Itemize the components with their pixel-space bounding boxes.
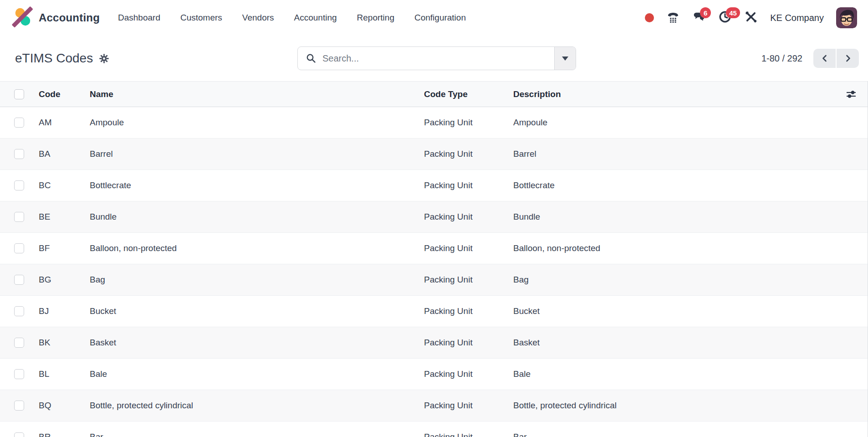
search-icon bbox=[306, 53, 317, 64]
chevron-right-icon bbox=[844, 54, 852, 62]
pager-next-button[interactable] bbox=[837, 49, 859, 68]
cell-code[interactable]: BK bbox=[39, 327, 90, 359]
table-row[interactable]: BE Bundle Packing Unit Bundle bbox=[0, 201, 868, 233]
table-row[interactable]: BJ Bucket Packing Unit Bucket bbox=[0, 296, 868, 327]
table-row[interactable]: BG Bag Packing Unit Bag bbox=[0, 264, 868, 296]
row-checkbox[interactable] bbox=[14, 369, 24, 379]
row-checkbox[interactable] bbox=[14, 118, 24, 128]
table-row[interactable]: BR Bar Packing Unit Bar bbox=[0, 422, 868, 437]
optional-columns-button[interactable] bbox=[846, 90, 857, 99]
recording-status-dot bbox=[645, 13, 654, 22]
cell-description[interactable]: Bucket bbox=[513, 296, 835, 327]
cell-description[interactable]: Basket bbox=[513, 327, 835, 359]
cell-code[interactable]: BQ bbox=[39, 390, 90, 422]
user-avatar[interactable] bbox=[836, 7, 857, 28]
cell-code-type[interactable]: Packing Unit bbox=[424, 422, 513, 437]
table-row[interactable]: BF Balloon, non-protected Packing Unit B… bbox=[0, 233, 868, 264]
cell-code-type[interactable]: Packing Unit bbox=[424, 296, 513, 327]
phone-icon bbox=[666, 10, 680, 26]
table-row[interactable]: BL Bale Packing Unit Bale bbox=[0, 359, 868, 390]
cell-code[interactable]: BL bbox=[39, 359, 90, 390]
cell-name[interactable]: Bar bbox=[90, 422, 424, 437]
cell-name[interactable]: Balloon, non-protected bbox=[90, 233, 424, 264]
actions-gear-button[interactable] bbox=[99, 54, 109, 65]
cell-name[interactable]: Ampoule bbox=[90, 107, 424, 139]
cell-code[interactable]: BG bbox=[39, 264, 90, 296]
cell-code-type[interactable]: Packing Unit bbox=[424, 327, 513, 359]
messages-badge: 6 bbox=[700, 7, 711, 18]
voip-phone-button[interactable] bbox=[666, 11, 680, 25]
cell-name[interactable]: Bag bbox=[90, 264, 424, 296]
page-title: eTIMS Codes bbox=[15, 51, 93, 66]
search-input[interactable] bbox=[322, 53, 546, 64]
cell-description[interactable]: Bottlecrate bbox=[513, 170, 835, 201]
select-all-checkbox[interactable] bbox=[14, 89, 24, 99]
cell-description[interactable]: Barrel bbox=[513, 139, 835, 170]
cell-description[interactable]: Ampoule bbox=[513, 107, 835, 139]
cell-name[interactable]: Bottlecrate bbox=[90, 170, 424, 201]
menu-item-dashboard[interactable]: Dashboard bbox=[118, 13, 160, 23]
column-header-description[interactable]: Description bbox=[513, 82, 835, 107]
cell-code-type[interactable]: Packing Unit bbox=[424, 264, 513, 296]
cell-code[interactable]: BA bbox=[39, 139, 90, 170]
cell-description[interactable]: Bale bbox=[513, 359, 835, 390]
cell-name[interactable]: Bucket bbox=[90, 296, 424, 327]
pager-previous-button[interactable] bbox=[813, 49, 836, 68]
row-checkbox[interactable] bbox=[14, 401, 24, 411]
cell-code[interactable]: BJ bbox=[39, 296, 90, 327]
etims-table-body: AM Ampoule Packing Unit Ampoule BA Barre… bbox=[0, 107, 868, 437]
cell-code[interactable]: BC bbox=[39, 170, 90, 201]
cell-description[interactable]: Bar bbox=[513, 422, 835, 437]
menu-item-vendors[interactable]: Vendors bbox=[242, 13, 274, 23]
row-checkbox[interactable] bbox=[14, 306, 24, 316]
chevron-down-icon bbox=[562, 57, 568, 61]
cell-name[interactable]: Bale bbox=[90, 359, 424, 390]
column-header-name[interactable]: Name bbox=[90, 82, 424, 107]
cell-code-type[interactable]: Packing Unit bbox=[424, 201, 513, 233]
wrench-screwdriver-icon bbox=[745, 10, 757, 25]
cell-code-type[interactable]: Packing Unit bbox=[424, 359, 513, 390]
cell-description[interactable]: Bag bbox=[513, 264, 835, 296]
cell-code-type[interactable]: Packing Unit bbox=[424, 390, 513, 422]
cell-code-type[interactable]: Packing Unit bbox=[424, 107, 513, 139]
row-checkbox[interactable] bbox=[14, 243, 24, 253]
row-checkbox[interactable] bbox=[14, 432, 24, 437]
row-checkbox[interactable] bbox=[14, 149, 24, 159]
tools-button[interactable] bbox=[744, 11, 758, 25]
row-checkbox[interactable] bbox=[14, 338, 24, 348]
table-row[interactable]: BQ Bottle, protected cylindrical Packing… bbox=[0, 390, 868, 422]
list-view: Code Name Code Type Description bbox=[0, 81, 868, 437]
table-row[interactable]: AM Ampoule Packing Unit Ampoule bbox=[0, 107, 868, 139]
cell-description[interactable]: Bundle bbox=[513, 201, 835, 233]
menu-item-reporting[interactable]: Reporting bbox=[357, 13, 394, 23]
cell-name[interactable]: Barrel bbox=[90, 139, 424, 170]
activities-button[interactable]: 45 bbox=[718, 11, 732, 25]
column-header-code-type[interactable]: Code Type bbox=[424, 82, 513, 107]
cell-code-type[interactable]: Packing Unit bbox=[424, 233, 513, 264]
menu-item-configuration[interactable]: Configuration bbox=[414, 13, 466, 23]
row-checkbox[interactable] bbox=[14, 180, 24, 190]
menu-item-accounting[interactable]: Accounting bbox=[294, 13, 337, 23]
cell-code[interactable]: BF bbox=[39, 233, 90, 264]
column-header-code[interactable]: Code bbox=[39, 82, 90, 107]
table-row[interactable]: BC Bottlecrate Packing Unit Bottlecrate bbox=[0, 170, 868, 201]
app-switcher[interactable]: Accounting bbox=[12, 6, 100, 29]
row-checkbox[interactable] bbox=[14, 212, 24, 222]
table-row[interactable]: BK Basket Packing Unit Basket bbox=[0, 327, 868, 359]
cell-code[interactable]: BE bbox=[39, 201, 90, 233]
cell-description[interactable]: Bottle, protected cylindrical bbox=[513, 390, 835, 422]
messages-button[interactable]: 6 bbox=[692, 11, 706, 25]
cell-code[interactable]: BR bbox=[39, 422, 90, 437]
cell-code[interactable]: AM bbox=[39, 107, 90, 139]
search-options-toggle[interactable] bbox=[554, 47, 576, 70]
cell-name[interactable]: Basket bbox=[90, 327, 424, 359]
cell-code-type[interactable]: Packing Unit bbox=[424, 170, 513, 201]
row-checkbox[interactable] bbox=[14, 275, 24, 285]
table-row[interactable]: BA Barrel Packing Unit Barrel bbox=[0, 139, 868, 170]
cell-name[interactable]: Bottle, protected cylindrical bbox=[90, 390, 424, 422]
cell-name[interactable]: Bundle bbox=[90, 201, 424, 233]
cell-description[interactable]: Balloon, non-protected bbox=[513, 233, 835, 264]
menu-item-customers[interactable]: Customers bbox=[180, 13, 222, 23]
company-switcher[interactable]: KE Company bbox=[770, 13, 824, 23]
cell-code-type[interactable]: Packing Unit bbox=[424, 139, 513, 170]
